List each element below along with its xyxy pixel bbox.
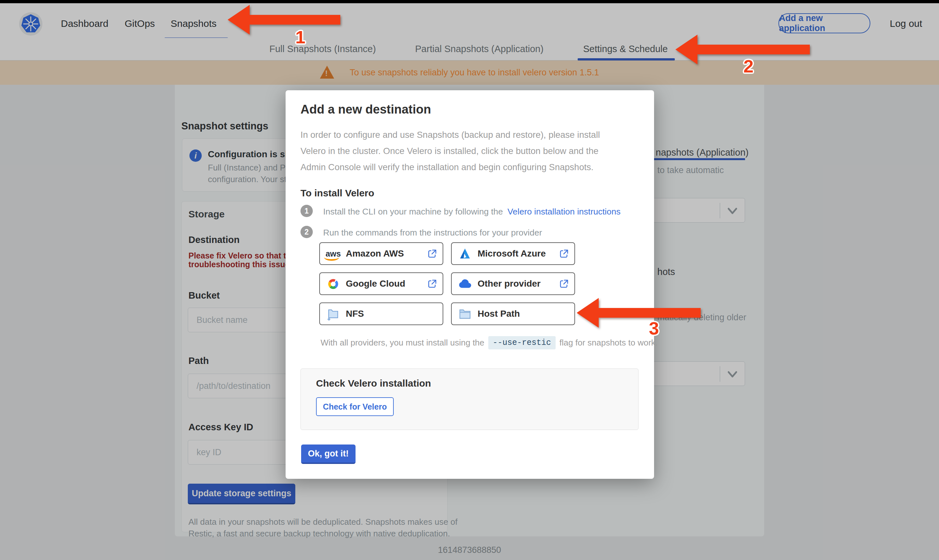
annotation-number-1: 1 bbox=[295, 26, 305, 48]
arrow-head-icon bbox=[675, 35, 697, 65]
nfs-folder-icon bbox=[326, 306, 341, 321]
annotation-number-3: 3 bbox=[649, 318, 659, 339]
modal-title: Add a new destination bbox=[301, 103, 431, 117]
external-link-icon bbox=[559, 278, 569, 289]
arrow-tail bbox=[250, 15, 340, 25]
modal-intro-line2: Velero in the cluster. Once Velero is in… bbox=[301, 146, 598, 156]
arrow-tail bbox=[599, 308, 701, 318]
velero-instructions-link[interactable]: Velero installation instructions bbox=[507, 207, 620, 217]
external-link-icon bbox=[427, 278, 438, 289]
aws-icon: aws bbox=[326, 246, 341, 261]
step-1-text: Install the CLI on your machine by follo… bbox=[323, 207, 620, 217]
provider-label: Google Cloud bbox=[346, 278, 406, 289]
check-velero-box: Check Velero installation Check for Vele… bbox=[301, 368, 638, 430]
annotation-arrow-3 bbox=[577, 298, 701, 328]
azure-icon bbox=[458, 246, 472, 261]
restic-note-before: With all providers, you must install usi… bbox=[321, 338, 484, 348]
arrow-tail bbox=[697, 45, 810, 54]
annotation-number-2: 2 bbox=[743, 55, 754, 77]
provider-host-path-button[interactable]: Host Path bbox=[451, 303, 575, 325]
provider-grid: aws Amazon AWS Microsoft Azure bbox=[319, 242, 582, 325]
step-2-text: Run the commands from the instructions f… bbox=[323, 228, 542, 238]
check-velero-heading: Check Velero installation bbox=[316, 378, 431, 389]
restic-flag-code: --use-restic bbox=[488, 336, 556, 349]
screen: Dashboard GitOps Snapshots Add a new app… bbox=[0, 0, 939, 560]
provider-label: Amazon AWS bbox=[346, 248, 404, 259]
provider-label: Host Path bbox=[478, 309, 520, 319]
cloud-icon bbox=[458, 276, 472, 291]
provider-nfs-button[interactable]: NFS bbox=[319, 303, 443, 325]
provider-label: Other provider bbox=[478, 278, 540, 289]
external-link-icon bbox=[559, 248, 569, 259]
google-cloud-icon bbox=[326, 276, 341, 291]
annotation-arrow-2 bbox=[675, 35, 810, 65]
step-1-label: Install the CLI on your machine by follo… bbox=[323, 207, 503, 217]
annotation-arrow-1 bbox=[228, 5, 340, 35]
provider-amazon-aws-button[interactable]: aws Amazon AWS bbox=[319, 242, 443, 265]
step-2-badge: 2 bbox=[301, 226, 313, 238]
arrow-head-icon bbox=[577, 298, 599, 328]
ok-got-it-button[interactable]: Ok, got it! bbox=[301, 445, 356, 464]
provider-label: Microsoft Azure bbox=[478, 248, 546, 259]
provider-google-cloud-button[interactable]: Google Cloud bbox=[319, 272, 443, 295]
install-velero-heading: To install Velero bbox=[301, 188, 374, 198]
add-destination-modal: Add a new destination In order to config… bbox=[285, 90, 654, 479]
provider-label: NFS bbox=[346, 309, 364, 319]
provider-microsoft-azure-button[interactable]: Microsoft Azure bbox=[451, 242, 575, 265]
modal-intro-line1: In order to configure and use Snapshots … bbox=[301, 130, 600, 140]
folder-icon bbox=[458, 306, 472, 321]
check-for-velero-button[interactable]: Check for Velero bbox=[316, 397, 394, 416]
step-1-badge: 1 bbox=[301, 205, 313, 217]
modal-intro-line3: Admin Console will verify the installati… bbox=[301, 162, 594, 172]
restic-note-after: flag for snapshots to work. bbox=[560, 338, 658, 348]
provider-other-button[interactable]: Other provider bbox=[451, 272, 575, 295]
arrow-head-icon bbox=[228, 5, 250, 35]
restic-note: With all providers, you must install usi… bbox=[321, 336, 658, 349]
external-link-icon bbox=[427, 248, 438, 259]
